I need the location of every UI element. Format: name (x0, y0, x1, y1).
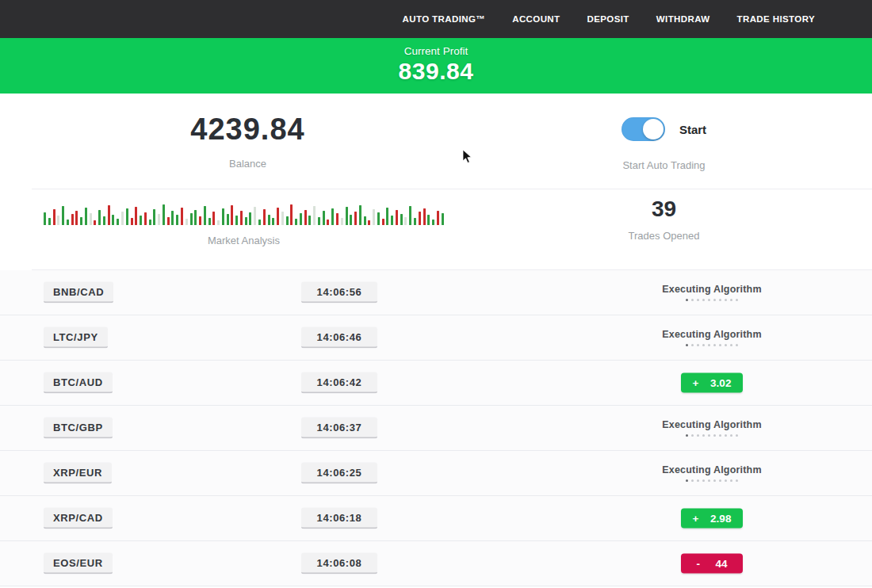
market-bar (437, 211, 439, 225)
pair-badge[interactable]: EOS/EUR (44, 553, 113, 575)
market-bar (368, 220, 370, 225)
market-bar (163, 204, 165, 225)
pair-badge[interactable]: BTC/GBP (44, 418, 113, 439)
market-bar (71, 214, 74, 225)
market-bar (144, 212, 147, 225)
trade-status: +2.98 (642, 509, 782, 529)
market-bar (377, 212, 380, 225)
nav-item-auto-trading[interactable]: AUTO TRADING™ (403, 14, 486, 24)
market-bar (98, 210, 101, 225)
market-bar (57, 216, 59, 225)
market-bar (235, 216, 238, 225)
executing-progress-dots (642, 299, 782, 301)
balance-label: Balance (32, 158, 464, 170)
market-bar (300, 213, 302, 225)
executing-progress-dots (642, 479, 782, 482)
market-bar (409, 206, 411, 225)
market-bar (212, 212, 215, 225)
market-bar (67, 220, 69, 225)
market-bar (131, 218, 133, 225)
nav-item-deposit[interactable]: DEPOSIT (587, 14, 629, 24)
market-bar (386, 208, 388, 225)
top-navigation-bar: AUTO TRADING™ ACCOUNT DEPOSIT WITHDRAW T… (0, 0, 872, 38)
market-bar (149, 220, 151, 225)
market-bar (272, 218, 274, 225)
market-bar (391, 216, 393, 225)
market-bar (423, 208, 426, 225)
market-bar (204, 206, 206, 225)
start-auto-trading-label: Start Auto Trading (587, 159, 741, 171)
market-bar (208, 218, 211, 225)
nav-item-trade-history[interactable]: TRADE HISTORY (737, 14, 816, 24)
toggle-start-label: Start (679, 123, 706, 136)
trade-status: Executing Algorithm (642, 419, 782, 437)
market-bar (240, 211, 243, 225)
market-bar (336, 213, 338, 225)
trade-status: Executing Algorithm (642, 284, 782, 301)
trade-row: BNB/CAD 14:06:56 Executing Algorithm (0, 270, 872, 315)
auto-trading-toggle[interactable] (621, 117, 665, 141)
market-bar (281, 212, 284, 225)
market-bar (48, 218, 51, 225)
pair-badge[interactable]: XRP/EUR (44, 463, 112, 484)
market-bar (346, 207, 348, 225)
trade-result-badge: +3.02 (681, 373, 743, 393)
balance-block: 4239.84 Balance (32, 113, 464, 170)
market-bar (231, 205, 233, 225)
market-bar (382, 219, 384, 225)
section-divider (32, 189, 872, 189)
trade-status: -44 (642, 554, 782, 574)
market-bar (75, 211, 78, 225)
trades-opened-label: Trades Opened (587, 230, 741, 242)
market-bar (427, 215, 430, 225)
trade-row: XRP/EUR 14:06:25 Executing Algorithm (0, 451, 872, 496)
executing-progress-dots (642, 434, 782, 437)
market-bar (53, 209, 55, 225)
market-bar (90, 213, 92, 225)
market-bar (341, 218, 343, 225)
market-bar (85, 208, 87, 225)
market-bar (419, 212, 421, 225)
market-bar (194, 210, 197, 225)
market-bar (396, 210, 398, 225)
market-bar (414, 218, 416, 225)
pair-badge[interactable]: XRP/CAD (44, 508, 113, 529)
balance-value: 4239.84 (32, 113, 464, 147)
trade-result-badge: +2.98 (681, 509, 743, 529)
trade-result-badge: -44 (681, 554, 743, 574)
executing-algorithm-label: Executing Algorithm (642, 419, 782, 430)
pair-badge[interactable]: LTC/JPY (44, 327, 108, 349)
trade-row: BTC/GBP 14:06:37 Executing Algorithm (0, 406, 872, 451)
nav-item-account[interactable]: ACCOUNT (512, 14, 560, 24)
pair-badge[interactable]: BTC/AUD (44, 372, 113, 394)
market-bar (176, 215, 178, 225)
market-analysis-block: Market Analysis (32, 201, 456, 246)
market-bar (354, 212, 357, 225)
executing-algorithm-label: Executing Algorithm (642, 284, 782, 295)
current-profit-label: Current Profit (0, 45, 872, 57)
nav-item-withdraw[interactable]: WITHDRAW (656, 14, 710, 24)
pair-badge[interactable]: BNB/CAD (44, 282, 113, 304)
market-bar (80, 217, 82, 225)
market-bar (323, 211, 325, 225)
market-bar (103, 216, 105, 225)
market-bar (94, 220, 96, 225)
market-bar (135, 207, 137, 225)
time-badge: 14:06:25 (301, 463, 377, 484)
stats-section: 4239.84 Balance Start Start Auto Trading… (0, 94, 872, 270)
market-bar (199, 216, 201, 225)
market-bar (185, 219, 188, 225)
trade-row: XRP/CAD 14:06:18 +2.98 (0, 496, 872, 541)
time-badge: 14:06:08 (301, 553, 377, 575)
toggle-knob (643, 119, 664, 139)
market-bar (117, 219, 119, 225)
market-bar (217, 220, 220, 225)
time-badge: 14:06:46 (301, 327, 377, 349)
market-analysis-chart (44, 201, 444, 225)
market-bar (190, 213, 193, 225)
market-bar (112, 215, 114, 225)
market-bar (432, 220, 434, 225)
time-badge: 14:06:18 (301, 508, 377, 529)
market-bar (350, 215, 352, 225)
market-bar (258, 220, 261, 225)
